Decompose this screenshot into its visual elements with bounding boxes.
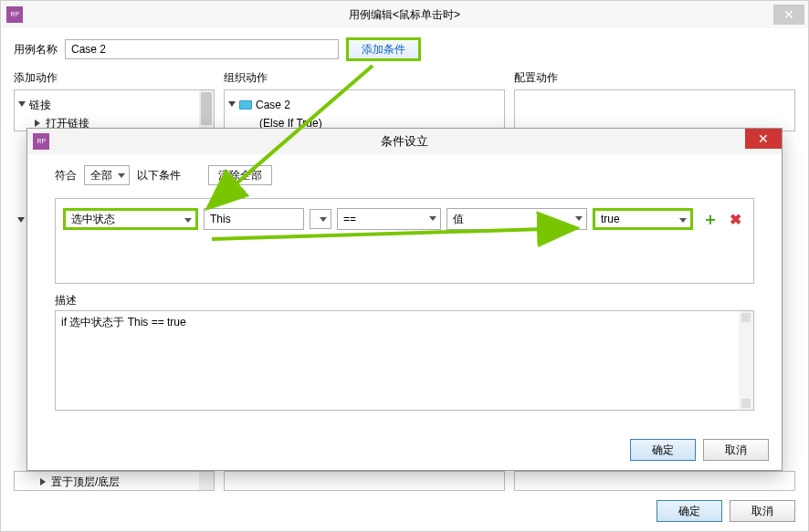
window-body: 用例名称 添加条件 添加动作 链接 打开链接 — [1, 28, 808, 137]
case-name-input[interactable] — [65, 39, 339, 59]
chevron-down-icon — [320, 217, 327, 222]
expand-icon[interactable] — [35, 120, 42, 127]
scrollbar[interactable] — [199, 90, 214, 130]
close-icon[interactable]: ✕ — [773, 5, 804, 25]
description-textarea[interactable]: if 选中状态于 This == true — [55, 310, 754, 411]
organize-action-label: 组织动作 — [224, 70, 505, 86]
tree-node-link[interactable]: 链接 — [18, 96, 210, 114]
delete-row-icon[interactable]: ✖ — [728, 211, 743, 228]
ok-button[interactable]: 确定 — [657, 500, 722, 522]
chevron-down-icon — [184, 218, 192, 223]
conditions-list: 选中状态 This == 值 true ＋ ✖ — [55, 198, 754, 284]
organize-action-box[interactable]: Case 2 (Else If True) — [224, 89, 505, 131]
tree-bottom-stub[interactable]: 置于顶层/底层 — [14, 471, 215, 491]
window-title: 用例编辑<鼠标单击时> — [1, 7, 808, 23]
condition-value-select[interactable]: true — [593, 208, 693, 230]
scrollbar[interactable] — [199, 472, 214, 490]
configure-action-box — [514, 89, 795, 131]
close-icon[interactable]: ✕ — [745, 129, 782, 149]
scroll-up-icon[interactable] — [741, 313, 751, 322]
chevron-down-icon — [679, 218, 687, 223]
scroll-down-icon[interactable] — [741, 399, 751, 408]
condition-dialog: RP 条件设立 ✕ 符合 全部 以下条件 清除全部 选中状态 This == — [26, 128, 783, 471]
match-select[interactable]: 全部 — [84, 165, 130, 185]
description-label: 描述 — [55, 293, 754, 308]
configure-action-label: 配置动作 — [514, 70, 795, 86]
add-action-label: 添加动作 — [14, 70, 215, 86]
case-icon — [239, 100, 252, 110]
of-following-label: 以下条件 — [137, 168, 181, 183]
condition-value-kind-select[interactable]: 值 — [447, 208, 587, 230]
condition-target-dropdown[interactable] — [310, 209, 331, 229]
expand-icon[interactable] — [18, 101, 26, 109]
dialog-title: 条件设立 — [27, 133, 782, 150]
condition-row: 选中状态 This == 值 true ＋ ✖ — [63, 208, 746, 230]
tree-expand-stub[interactable] — [17, 214, 25, 227]
add-row-icon[interactable]: ＋ — [699, 208, 722, 230]
expand-icon[interactable] — [228, 101, 236, 109]
cancel-button[interactable]: 取消 — [703, 439, 769, 461]
chevron-down-icon — [118, 173, 125, 178]
clear-all-button[interactable]: 清除全部 — [208, 165, 272, 185]
chevron-down-icon — [575, 216, 583, 221]
organize-bottom-stub — [224, 471, 505, 491]
dialog-titlebar: RP 条件设立 ✕ — [27, 129, 782, 154]
condition-operator-select[interactable]: == — [337, 208, 441, 230]
condition-type-select[interactable]: 选中状态 — [63, 208, 198, 230]
window-titlebar: RP 用例编辑<鼠标单击时> ✕ — [1, 1, 808, 28]
condition-target-select[interactable]: This — [204, 208, 304, 230]
configure-bottom-stub — [514, 471, 795, 491]
case-node[interactable]: Case 2 — [228, 96, 500, 114]
add-action-tree[interactable]: 链接 打开链接 — [14, 89, 215, 131]
add-condition-button[interactable]: 添加条件 — [346, 37, 421, 61]
case-name-label: 用例名称 — [14, 42, 58, 57]
chevron-down-icon — [429, 216, 436, 221]
cancel-button[interactable]: 取消 — [730, 500, 795, 522]
match-label: 符合 — [55, 168, 77, 183]
scrollbar[interactable] — [739, 311, 753, 410]
ok-button[interactable]: 确定 — [630, 439, 696, 461]
